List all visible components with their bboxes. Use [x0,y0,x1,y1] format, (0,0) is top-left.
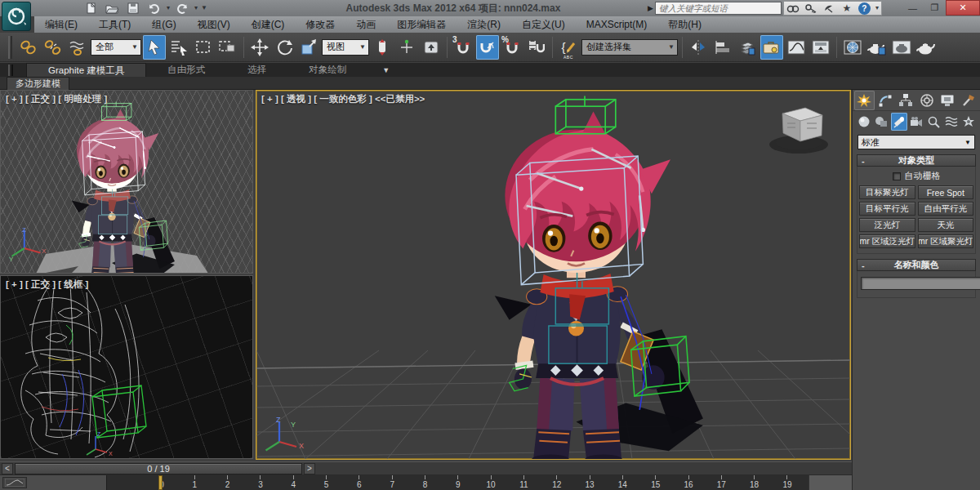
select-and-move-button[interactable] [248,35,271,60]
light-type-button[interactable]: 泛光灯 [859,218,915,232]
ribbon-minimize-button[interactable]: ▼ [382,66,390,74]
ribbon-tab-selection[interactable]: 选择 [226,63,287,77]
light-type-button[interactable]: 天光 [918,218,974,232]
ribbon-tab-graphite[interactable]: Graphite 建模工具 [26,63,146,77]
favorites-star-icon[interactable]: ★ [840,2,853,14]
align-button[interactable] [711,35,734,60]
edit-named-selection-sets-button[interactable]: { ABC [557,35,580,60]
viewport-orthographic-wireframe[interactable]: [ + ] [ 正交 ] [ 线框 ] [0,275,253,459]
window-crossing-toggle-button[interactable] [216,35,239,60]
menu-item[interactable]: 渲染(R) [457,16,511,33]
named-selection-set-dropdown[interactable]: 创建选择集▼ [581,39,678,56]
menu-item[interactable]: 图形编辑器 [386,16,457,33]
time-slider[interactable]: < 0 / 19 > [0,461,852,475]
menu-item[interactable]: 编辑(E) [34,16,88,33]
viewport-perspective[interactable]: [ + ] [ 透视 ] [ 一致的色彩 ] <<已禁用>> Y X Z [256,90,851,460]
modify-tab[interactable] [875,91,896,110]
restore-button[interactable]: ❐ [924,0,946,16]
renderer-plugin-dropdown[interactable]: 标准▼ [858,135,975,149]
lights-category-icon[interactable] [891,113,907,131]
use-pivot-point-button[interactable] [371,35,394,60]
light-type-button[interactable]: mr 区域聚光灯 [918,234,974,248]
select-by-name-button[interactable] [167,35,190,60]
light-type-button[interactable]: 自由平行光 [918,202,974,216]
qat-customize-caret[interactable]: ▼ [201,5,207,11]
rendered-frame-window-button[interactable] [890,35,913,60]
menu-item[interactable]: 工具(T) [88,16,141,33]
menu-item[interactable]: 修改器 [295,16,345,33]
undo-button[interactable] [145,1,163,16]
keyboard-shortcut-override-button[interactable] [420,35,443,60]
systems-category-icon[interactable] [960,113,977,131]
motion-tab[interactable] [917,91,938,110]
viewport-label[interactable]: [ + ] [ 正交 ] [ 线框 ] [6,278,88,291]
menu-item[interactable]: MAXScript(M) [576,16,658,33]
toolbar-grip[interactable] [8,36,12,59]
light-type-button[interactable]: 目标聚光灯 [859,185,915,199]
undo-flyout-caret[interactable]: ▾ [167,5,170,11]
application-menu-button[interactable] [2,2,31,31]
ribbon-panel-polygon-modeling[interactable]: 多边形建模 [7,77,69,90]
infocenter-flyout-icon[interactable]: ▶ [648,4,653,12]
shapes-category-icon[interactable] [873,113,889,131]
bind-to-space-warp-button[interactable] [66,35,89,60]
rectangular-selection-region-button[interactable] [192,35,215,60]
viewport-orthographic-shaded[interactable]: [ + ] [ 正交 ] [ 明暗处理 ] Z X Y [0,90,253,274]
schematic-view-button[interactable] [809,35,832,60]
communication-center-icon[interactable] [822,2,835,14]
snaps-toggle-3d-button[interactable]: 3 [452,35,474,60]
menu-item[interactable]: 帮助(H) [657,16,712,33]
select-and-manipulate-button[interactable] [395,35,418,60]
light-type-button[interactable]: 目标平行光 [859,202,915,216]
previous-frame-button[interactable]: < [2,463,13,474]
viewcube[interactable] [769,108,828,154]
reference-coordinate-dropdown[interactable]: 视图▼ [322,39,369,56]
mirror-button[interactable] [687,35,710,60]
search-binoculars-icon[interactable] [786,2,800,14]
search-input[interactable] [655,2,782,15]
utilities-tab[interactable] [959,91,979,110]
curve-editor-button[interactable] [785,35,808,60]
ribbon-grip[interactable] [8,65,13,76]
unlink-selection-button[interactable] [42,35,65,60]
menu-item[interactable]: 自定义(U) [511,16,576,33]
select-and-link-button[interactable] [17,35,40,60]
select-and-rotate-button[interactable] [273,35,296,60]
helpers-category-icon[interactable] [925,113,942,131]
cameras-category-icon[interactable] [908,113,924,131]
minimize-button[interactable]: — [902,0,924,16]
subscription-key-icon[interactable] [804,2,817,14]
menu-item[interactable]: 视图(V) [187,16,241,33]
new-file-button[interactable] [82,1,100,16]
selection-filter-dropdown[interactable]: 全部▼ [91,39,141,56]
open-file-button[interactable] [103,1,121,16]
help-icon[interactable]: ? [858,2,871,15]
graphite-modeling-toolbar-toggle[interactable] [760,35,783,60]
track-bar-strip[interactable]: 012345678910111213141516171819 [106,475,808,490]
object-type-rollout-header[interactable]: - 对象类型 [857,154,976,167]
light-type-button[interactable]: mr 区域泛光灯 [859,234,915,248]
display-tab[interactable] [938,91,958,110]
save-file-button[interactable] [124,1,142,16]
next-frame-button[interactable]: > [304,463,315,474]
open-mini-curve-editor-button[interactable] [2,477,27,488]
redo-button[interactable] [173,1,191,16]
menu-item[interactable]: 创建(C) [241,16,296,33]
ribbon-tab-freeform[interactable]: 自由形式 [146,63,226,77]
spinner-snap-toggle-button[interactable] [525,35,548,60]
percent-snap-toggle-button[interactable]: % [501,35,523,60]
help-flyout-caret[interactable]: ▾ [875,5,879,11]
viewport-label[interactable]: [ + ] [ 透视 ] [ 一致的色彩 ] <<已禁用>> [261,93,425,105]
render-production-button[interactable] [915,35,938,60]
current-frame-marker[interactable] [158,475,163,490]
hierarchy-tab[interactable] [896,91,916,110]
redo-flyout-caret[interactable]: ▾ [194,5,198,11]
material-editor-button[interactable] [841,35,864,60]
menu-item[interactable]: 组(G) [141,16,186,33]
time-slider-handle[interactable]: 0 / 19 [15,463,302,474]
name-color-rollout-header[interactable]: - 名称和颜色 [857,259,976,271]
render-setup-button[interactable] [866,35,889,60]
track-bar[interactable]: 012345678910111213141516171819 [0,475,852,490]
manage-layers-button[interactable] [736,35,759,60]
close-button[interactable]: ✕ [946,0,980,16]
